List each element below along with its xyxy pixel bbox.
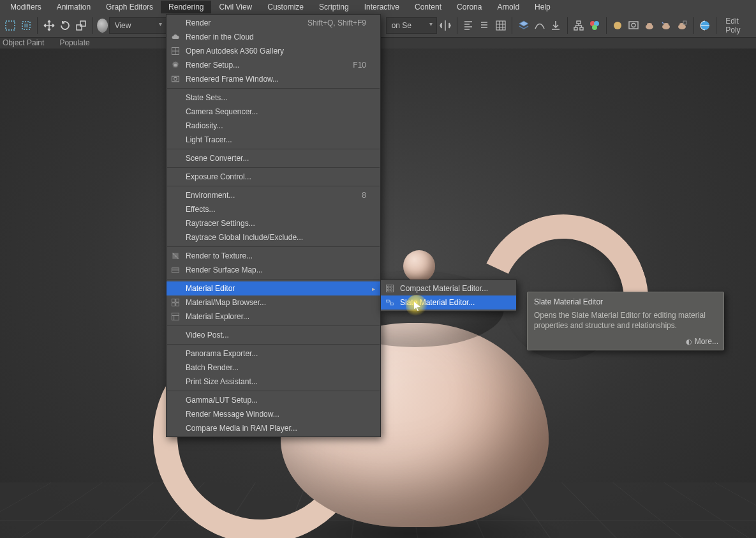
- download-icon[interactable]: [548, 16, 563, 35]
- menuitem-camera-sequencer[interactable]: Camera Sequencer...: [167, 105, 380, 119]
- gear-icon: [170, 60, 181, 70]
- menuitem-video-post[interactable]: Video Post...: [167, 328, 380, 342]
- menuitem-shortcut: F10: [327, 61, 366, 70]
- menu-content[interactable]: Content: [407, 1, 449, 13]
- menu-rendering[interactable]: Rendering: [161, 1, 211, 13]
- svg-rect-33: [172, 313, 179, 320]
- material-editor-submenu: Compact Material Editor...Slate Material…: [380, 280, 517, 311]
- menuitem-exposure-control[interactable]: Exposure Control...: [167, 170, 380, 184]
- sub-marquee-icon[interactable]: [19, 16, 33, 35]
- menuitem-render-message-window[interactable]: Render Message Window...: [167, 407, 380, 421]
- view-dropdown[interactable]: View: [109, 17, 167, 34]
- menuitem-label: Batch Render...: [186, 363, 239, 372]
- menuitem-batch-render[interactable]: Batch Render...: [167, 361, 380, 375]
- menu-corona[interactable]: Corona: [449, 1, 489, 13]
- rotate-tool-icon[interactable]: [57, 16, 72, 35]
- menuitem-open-autodesk-a360-gallery[interactable]: Open Autodesk A360 Gallery: [167, 44, 380, 58]
- submenu-arrow-icon: ▸: [372, 285, 375, 292]
- menuitem-label: Rendered Frame Window...: [186, 75, 279, 84]
- menuitem-label: Exposure Control...: [186, 172, 251, 181]
- menuitem-raytrace-global-include-exclude[interactable]: Raytrace Global Include/Exclude...: [167, 230, 380, 244]
- menuitem-label: Render in the Cloud: [186, 33, 254, 41]
- menuitem-render-setup[interactable]: Render Setup...F10: [167, 58, 380, 72]
- submenuitem-compact-material-editor[interactable]: Compact Material Editor...: [381, 281, 516, 295]
- list-icon[interactable]: [477, 16, 492, 35]
- marquee-tool-icon[interactable]: [3, 16, 17, 35]
- menu-arnold[interactable]: Arnold: [489, 1, 527, 13]
- toolbar-separator: [606, 17, 607, 34]
- menuitem-render-to-texture[interactable]: Render to Texture...: [167, 249, 380, 263]
- material-editor-icon[interactable]: [588, 16, 602, 35]
- menuitem-label: Scene Converter...: [186, 154, 249, 163]
- menuitem-gamma-lut-setup[interactable]: Gamma/LUT Setup...: [167, 393, 380, 407]
- layers-icon[interactable]: [516, 16, 531, 35]
- menuitem-label: Raytrace Global Include/Exclude...: [186, 233, 303, 242]
- curve-editor-icon[interactable]: [532, 16, 547, 35]
- move-tool-icon[interactable]: [41, 16, 56, 35]
- menuitem-material-editor[interactable]: Material Editor▸: [167, 281, 380, 295]
- menuitem-scene-converter[interactable]: Scene Converter...: [167, 151, 380, 165]
- menu-interactive[interactable]: Interactive: [357, 1, 407, 13]
- svg-rect-0: [6, 21, 15, 30]
- submenuitem-slate-material-editor[interactable]: Slate Material Editor...: [381, 295, 516, 310]
- material-sphere-icon[interactable]: [97, 19, 108, 33]
- ground-grid: [0, 482, 756, 538]
- menuitem-material-map-browser[interactable]: Material/Map Browser...: [167, 295, 380, 310]
- menu-graph-editors[interactable]: Graph Editors: [98, 1, 161, 13]
- render-frame-icon[interactable]: [626, 16, 641, 35]
- teapot-active-icon[interactable]: [674, 16, 689, 35]
- menuitem-raytracer-settings[interactable]: Raytracer Settings...: [167, 216, 380, 230]
- scale-tool-icon[interactable]: [74, 16, 89, 35]
- menuitem-state-sets[interactable]: State Sets...: [167, 91, 380, 105]
- svg-point-18: [663, 23, 669, 26]
- menuitem-render-in-the-cloud[interactable]: Render in the Cloud: [167, 30, 380, 44]
- mm-icon: [170, 297, 181, 308]
- menuitem-label: Radiosity...: [186, 121, 223, 130]
- menu-customize[interactable]: Customize: [260, 1, 311, 13]
- tooltip-more-link[interactable]: More...: [686, 337, 718, 346]
- menu-separator: [167, 186, 380, 186]
- menuitem-environment[interactable]: Environment...8: [167, 188, 380, 202]
- menuitem-label: Effects...: [186, 205, 215, 214]
- teapot-prod-icon[interactable]: [642, 16, 657, 35]
- menuitem-label: Material Explorer...: [186, 312, 249, 321]
- menuitem-label: Render: [186, 19, 211, 27]
- svg-rect-25: [172, 76, 179, 82]
- menuitem-material-explorer[interactable]: Material Explorer...: [167, 310, 380, 324]
- menuitem-rendered-frame-window[interactable]: Rendered Frame Window...: [167, 72, 380, 86]
- menuitem-radiosity[interactable]: Radiosity...: [167, 119, 380, 133]
- render-setup-icon[interactable]: [610, 16, 625, 35]
- menuitem-label: State Sets...: [186, 93, 227, 102]
- svg-rect-3: [77, 25, 82, 30]
- menu-help[interactable]: Help: [527, 1, 558, 13]
- menuitem-panorama-exporter[interactable]: Panorama Exporter...: [167, 347, 380, 361]
- submenuitem-label: Compact Material Editor...: [400, 284, 488, 293]
- render-online-icon[interactable]: [697, 16, 712, 35]
- menu-modifiers[interactable]: Modifiers: [3, 1, 49, 13]
- menuitem-compare-media-in-ram-player[interactable]: Compare Media in RAM Player...: [167, 421, 380, 435]
- menuitem-label: Render Message Window...: [186, 410, 279, 419]
- menu-animation[interactable]: Animation: [49, 1, 98, 13]
- rs-icon: [170, 265, 181, 275]
- menu-scripting[interactable]: Scripting: [311, 1, 357, 13]
- menu-civil-view[interactable]: Civil View: [211, 1, 260, 13]
- align-left-icon[interactable]: [461, 16, 476, 35]
- menuitem-effects[interactable]: Effects...: [167, 202, 380, 216]
- menu-separator: [167, 167, 380, 168]
- svg-point-16: [647, 23, 652, 26]
- teapot-iter-icon[interactable]: [658, 16, 673, 35]
- rendering-menu-dropdown: RenderShift+Q, Shift+F9Render in the Clo…: [166, 14, 381, 437]
- selection-set-dropdown[interactable]: on Se: [386, 17, 437, 34]
- schematic-view-icon[interactable]: [571, 16, 586, 35]
- svg-point-38: [390, 289, 392, 291]
- mirror-icon[interactable]: [438, 16, 453, 35]
- svg-point-12: [614, 22, 621, 29]
- sp-icon: [385, 283, 395, 294]
- menuitem-render-surface-map[interactable]: Render Surface Map...: [167, 263, 380, 277]
- menuitem-render[interactable]: RenderShift+Q, Shift+F9: [167, 16, 380, 30]
- menuitem-light-tracer[interactable]: Light Tracer...: [167, 133, 380, 147]
- menuitem-label: Render to Texture...: [186, 251, 253, 260]
- menuitem-print-size-assistant[interactable]: Print Size Assistant...: [167, 375, 380, 389]
- grid-icon[interactable]: [493, 16, 508, 35]
- svg-rect-32: [176, 303, 179, 306]
